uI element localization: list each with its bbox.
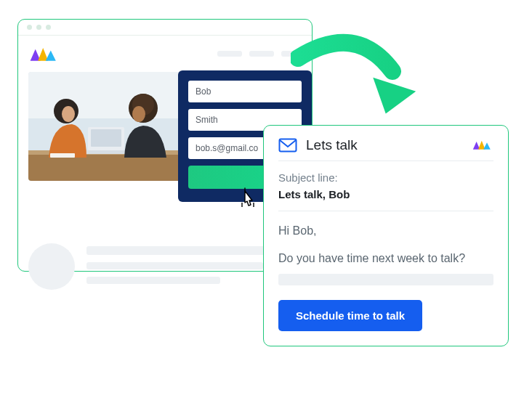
nav-item-placeholder — [217, 51, 242, 57]
email-preview: Lets talk Subject line: Lets talk, Bob H… — [263, 125, 509, 346]
window-dot — [46, 25, 51, 30]
subject-value: Lets talk, Bob — [278, 188, 493, 200]
email-title: Lets talk — [306, 137, 463, 153]
text-placeholder — [278, 274, 493, 285]
svg-rect-15 — [280, 139, 297, 152]
svg-point-11 — [132, 106, 145, 122]
flow-arrow-icon — [291, 29, 429, 138]
profile-placeholder — [28, 243, 302, 291]
schedule-button[interactable]: Schedule time to talk — [278, 300, 422, 331]
email-body: Do you have time next week to talk? — [278, 252, 493, 265]
avatar-placeholder — [28, 243, 75, 290]
svg-rect-12 — [50, 153, 75, 158]
first-name-field[interactable]: Bob — [188, 81, 302, 102]
nav-item-placeholder — [249, 51, 274, 57]
subject-label: Subject line: — [278, 171, 493, 184]
brand-logo-icon — [472, 137, 493, 153]
svg-rect-1 — [28, 72, 181, 118]
nav-placeholder — [217, 51, 302, 57]
hero-image — [28, 72, 181, 181]
brand-logo-icon — [28, 43, 60, 65]
email-greeting: Hi Bob, — [278, 224, 493, 237]
svg-point-8 — [62, 106, 75, 122]
mail-icon — [278, 137, 297, 153]
browser-dots — [18, 20, 312, 36]
window-dot — [27, 25, 32, 30]
window-dot — [36, 25, 41, 30]
svg-rect-5 — [91, 129, 121, 147]
